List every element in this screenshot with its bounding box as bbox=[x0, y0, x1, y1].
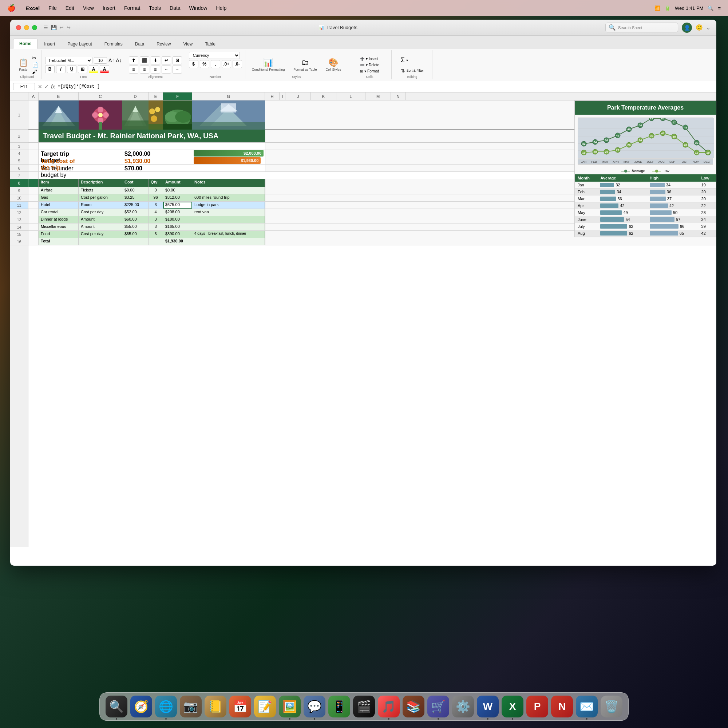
col-header-b[interactable]: B bbox=[38, 92, 79, 100]
cell-airfare-cost[interactable]: $0.00 bbox=[122, 187, 148, 194]
cell-dinner-amount[interactable]: $180.00 bbox=[163, 216, 192, 223]
minimize-button[interactable] bbox=[24, 25, 29, 30]
dock-notes[interactable]: 📝 bbox=[254, 696, 276, 717]
font-shrink-icon[interactable]: A↓ bbox=[116, 58, 122, 63]
cell-food-notes[interactable]: 4 days - breakfast, lunch, dinner bbox=[192, 231, 265, 238]
cell-food-item[interactable]: Food bbox=[38, 231, 79, 238]
formula-input[interactable] bbox=[58, 84, 713, 89]
menu-tools[interactable]: Tools bbox=[149, 5, 161, 11]
under-budget-value[interactable]: $70.00 bbox=[122, 165, 148, 171]
currency-button[interactable]: $ bbox=[189, 60, 198, 68]
cell-airfare-desc[interactable]: Tickets bbox=[79, 187, 122, 194]
collapse-icon[interactable]: ⌄ bbox=[706, 24, 711, 31]
col-header-m[interactable]: M bbox=[366, 92, 391, 100]
font-grow-icon[interactable]: A↑ bbox=[109, 58, 114, 63]
search-box[interactable]: 🔍 bbox=[605, 23, 678, 32]
dock-safari[interactable]: 🌐 bbox=[155, 696, 177, 717]
cell-misc-amount[interactable]: $165.00 bbox=[163, 223, 192, 230]
font-name-select[interactable]: Trebuchet M... bbox=[45, 57, 92, 64]
menu-format[interactable]: Format bbox=[124, 5, 140, 11]
paste-button[interactable]: 📋 Paste bbox=[16, 57, 31, 73]
cell-dinner-notes[interactable] bbox=[192, 216, 265, 223]
underline-button[interactable]: U bbox=[67, 65, 76, 73]
col-header-c[interactable]: C bbox=[79, 92, 122, 100]
col-header-g[interactable]: G bbox=[192, 92, 265, 100]
cell-a2[interactable] bbox=[28, 130, 38, 142]
col-header-qty[interactable]: Qty bbox=[148, 179, 163, 187]
comma-button[interactable]: , bbox=[211, 60, 220, 68]
cell-gas-cost[interactable]: $3.25 bbox=[122, 194, 148, 201]
dock-contacts[interactable]: 📒 bbox=[205, 696, 226, 717]
col-header-d[interactable]: D bbox=[122, 92, 148, 100]
col-header-item[interactable]: Item bbox=[38, 179, 79, 187]
col-header-cost[interactable]: Cost bbox=[122, 179, 148, 187]
dock-preview[interactable]: 🖼️ bbox=[279, 696, 301, 717]
cell-gas-desc[interactable]: Cost per gallon bbox=[79, 194, 122, 201]
cell-misc-desc[interactable]: Amount bbox=[79, 223, 122, 230]
col-header-f[interactable]: F bbox=[163, 92, 192, 100]
cell-airfare-amount[interactable]: $0.00 bbox=[163, 187, 192, 194]
smiley-icon[interactable]: 🙂 bbox=[696, 24, 703, 31]
col-header-n[interactable]: N bbox=[391, 92, 405, 100]
dock-trash[interactable]: 🗑️ bbox=[601, 696, 622, 717]
decrease-indent-button[interactable]: ← bbox=[162, 66, 171, 73]
col-header-notes[interactable]: Notes bbox=[192, 179, 265, 187]
total-cost-value[interactable]: $1,930.00 bbox=[122, 157, 148, 164]
cell-car-cost[interactable]: $52.00 bbox=[122, 209, 148, 216]
increase-indent-button[interactable]: → bbox=[173, 66, 182, 73]
font-color-button[interactable]: A bbox=[100, 65, 109, 73]
tab-table[interactable]: Table bbox=[199, 39, 221, 49]
cell-hotel-notes[interactable]: Lodge in park bbox=[192, 202, 265, 209]
sidebar-icon[interactable]: ☰ bbox=[44, 25, 48, 30]
bold-button[interactable]: B bbox=[45, 65, 55, 73]
dock-powerpoint[interactable]: P bbox=[526, 696, 548, 717]
search-icon[interactable]: 🔍 bbox=[708, 5, 713, 11]
col-header-amount[interactable]: Amount bbox=[163, 179, 192, 187]
cell-car-notes[interactable]: rent van bbox=[192, 209, 265, 216]
cell-airfare-qty[interactable]: 0 bbox=[148, 187, 163, 194]
col-header-j[interactable]: J bbox=[285, 92, 311, 100]
dock-books[interactable]: 📚 bbox=[402, 696, 424, 717]
cell-car-qty[interactable]: 4 bbox=[148, 209, 163, 216]
menu-edit[interactable]: Edit bbox=[66, 5, 74, 11]
tab-home[interactable]: Home bbox=[13, 38, 37, 49]
align-center-button[interactable]: ≡ bbox=[140, 66, 149, 73]
cell-car-amount[interactable]: $208.00 bbox=[163, 209, 192, 216]
cell-hotel-item[interactable]: Hotel bbox=[38, 202, 79, 209]
align-bottom-button[interactable]: ⬇ bbox=[151, 57, 160, 64]
dock-launchpad[interactable]: 🧭 bbox=[130, 696, 152, 717]
col-header-h[interactable]: H bbox=[265, 92, 280, 100]
align-middle-button[interactable]: ⬛ bbox=[140, 57, 149, 64]
percent-button[interactable]: % bbox=[200, 60, 209, 68]
font-size-input[interactable] bbox=[94, 57, 107, 64]
dock-quicktime[interactable]: 🎬 bbox=[353, 696, 375, 717]
tab-page-layout[interactable]: Page Layout bbox=[61, 39, 98, 49]
cut-icon[interactable]: ✂ bbox=[32, 55, 38, 61]
dock-finder[interactable]: 🔍 bbox=[106, 696, 127, 717]
cell-food-qty[interactable]: 6 bbox=[148, 231, 163, 238]
dock-facetime[interactable]: 📱 bbox=[328, 696, 350, 717]
menu-file[interactable]: File bbox=[48, 5, 57, 11]
col-header-l[interactable]: L bbox=[336, 92, 366, 100]
cell-gas-item[interactable]: Gas bbox=[38, 194, 79, 201]
under-budget-label[interactable]: You're under budget by bbox=[38, 165, 79, 171]
align-top-button[interactable]: ⬆ bbox=[129, 57, 138, 64]
tab-data[interactable]: Data bbox=[129, 39, 150, 49]
cell-total-notes[interactable] bbox=[192, 238, 265, 245]
dock-calendar[interactable]: 📅 bbox=[229, 696, 251, 717]
dock-mail[interactable]: ✉️ bbox=[576, 696, 598, 717]
tab-formulas[interactable]: Formulas bbox=[99, 39, 128, 49]
col-header-a[interactable]: A bbox=[28, 92, 38, 100]
cell-gas-notes[interactable]: 600 miles round trip bbox=[192, 194, 265, 201]
confirm-formula-icon[interactable]: ✓ bbox=[44, 84, 49, 90]
tab-view[interactable]: View bbox=[177, 39, 198, 49]
total-cost-label[interactable]: Total cost of the trip bbox=[38, 157, 79, 164]
account-icon[interactable]: 👤 bbox=[682, 23, 692, 33]
cell-total-cost[interactable] bbox=[122, 238, 148, 245]
delete-button[interactable]: ➖ ▾ Delete bbox=[359, 62, 381, 68]
cell-misc-item[interactable]: Miscellaneous bbox=[38, 223, 79, 230]
dock-photos[interactable]: 📷 bbox=[180, 696, 202, 717]
tab-insert[interactable]: Insert bbox=[38, 39, 61, 49]
undo-icon[interactable]: ↩ bbox=[60, 25, 64, 30]
spreadsheet-title[interactable]: Travel Budget - Mt. Rainier National Par… bbox=[38, 130, 265, 142]
